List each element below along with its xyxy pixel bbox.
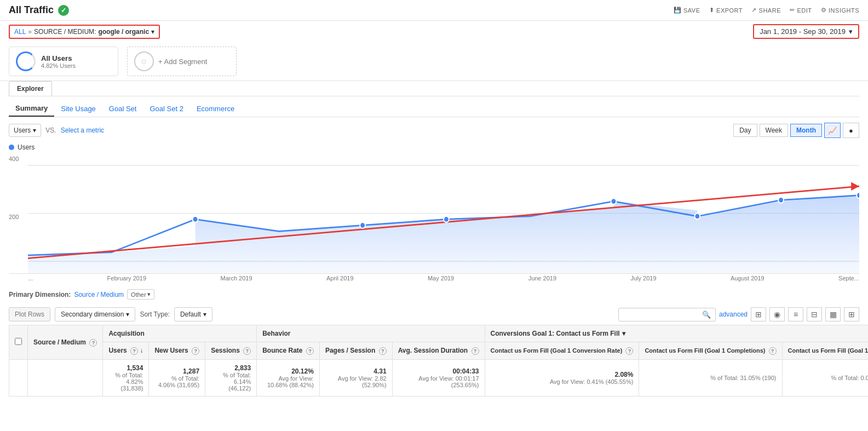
col-conversion-rate: Contact us Form Fill (Goal 1 Conversion … (485, 342, 639, 360)
pivot-view-button[interactable]: ⊟ (807, 307, 822, 321)
select-metric-link[interactable]: Select a metric (61, 127, 104, 134)
vs-label: VS. (45, 127, 56, 134)
export-button[interactable]: ⬆ EXPORT (709, 7, 743, 14)
col-users: Users ? ↓ (103, 342, 149, 360)
conversion-rate-help-icon[interactable]: ? (625, 347, 633, 355)
export-icon: ⬆ (709, 7, 715, 14)
save-icon: 💾 (674, 7, 682, 14)
tab-goal-set-2[interactable]: Goal Set 2 (143, 101, 189, 116)
add-segment-button[interactable]: ○ + Add Segment (127, 47, 237, 76)
sort-type-dropdown[interactable]: Default ▾ (174, 307, 212, 321)
segment-sub: 4.82% Users (41, 62, 76, 69)
select-all-checkbox[interactable] (9, 325, 28, 360)
users-sort-icon[interactable]: ↓ (140, 347, 143, 354)
totals-conversion-rate: 2.08% Avg for View: 0.41% (405.55%) (485, 360, 639, 396)
breadcrumb-chevron-icon[interactable]: ▾ (151, 28, 154, 36)
avg-session-help-icon[interactable]: ? (472, 347, 479, 355)
week-button[interactable]: Week (760, 124, 788, 137)
date-range-picker[interactable]: Jan 1, 2019 - Sep 30, 2019 ▾ (753, 24, 859, 39)
custom-view-button[interactable]: ⊞ (844, 307, 859, 321)
x-label-6: July 2019 (630, 275, 656, 281)
totals-row: 1,534 % of Total: 4.82% (31,838) 1,287 %… (9, 360, 869, 396)
pie-chart-button[interactable]: ● (843, 123, 859, 138)
x-label-1: February 2019 (107, 275, 147, 281)
users-dot (9, 145, 14, 150)
day-button[interactable]: Day (733, 124, 757, 137)
share-icon: ↗ (751, 7, 757, 14)
page-title: All Traffic (9, 4, 54, 16)
x-label-4: May 2019 (428, 275, 454, 281)
all-users-segment: All Users 4.82% Users (9, 47, 118, 76)
y-axis-mid: 200 (9, 214, 28, 220)
add-segment-label: + Add Segment (158, 58, 207, 66)
svg-point-11 (778, 197, 784, 203)
bounce-rate-help-icon[interactable]: ? (306, 347, 314, 355)
new-users-help-icon[interactable]: ? (192, 347, 199, 355)
col-bounce-rate: Bounce Rate ? (257, 342, 320, 360)
top-header: All Traffic ✓ 💾 SAVE ⬆ EXPORT ↗ SHARE ✏ … (0, 0, 868, 21)
x-label-2: March 2019 (221, 275, 252, 281)
primary-dimension-row: Primary Dimension: Source / Medium Other… (9, 284, 859, 304)
breadcrumb-all[interactable]: ALL (14, 28, 26, 36)
goal-dropdown[interactable]: Goal 1: Contact us Form Fill ▾ (532, 330, 625, 337)
comparison-view-button[interactable]: ≡ (788, 307, 803, 321)
add-segment-circle-icon: ○ (134, 51, 154, 71)
svg-point-10 (694, 214, 700, 220)
sessions-help-icon[interactable]: ? (243, 347, 251, 355)
chart-legend: Users (9, 141, 859, 153)
totals-new-users: 1,287 % of Total: 4.06% (31,695) (149, 360, 205, 396)
x-axis-labels: ... February 2019 March 2019 April 2019 … (9, 274, 859, 284)
tab-site-usage[interactable]: Site Usage (54, 101, 102, 116)
breadcrumb-value: google / organic (98, 28, 149, 36)
tab-ecommerce[interactable]: Ecommerce (190, 101, 241, 116)
save-button[interactable]: 💾 SAVE (674, 7, 700, 14)
edit-icon: ✏ (790, 7, 795, 14)
time-controls: Day Week Month 📈 ● (733, 123, 859, 138)
secondary-dimension-dropdown[interactable]: Secondary dimension ▾ (55, 307, 135, 321)
insights-button[interactable]: ⚙ INSIGHTS (821, 7, 859, 14)
totals-pages-session: 4.31 Avg for View: 2.82 (52.90%) (319, 360, 392, 396)
segments-row: All Users 4.82% Users ○ + Add Segment (0, 42, 868, 81)
source-medium-link[interactable]: Source / Medium (74, 291, 124, 298)
advanced-link[interactable]: advanced (719, 311, 748, 318)
pie-view-button[interactable]: ◉ (769, 307, 785, 321)
segment-info: All Users 4.82% Users (41, 54, 76, 69)
pages-session-help-icon[interactable]: ? (379, 347, 387, 355)
month-button[interactable]: Month (790, 124, 822, 137)
plot-rows-button[interactable]: Plot Rows (9, 307, 50, 321)
conversions-header: Conversions Goal 1: Contact us Form Fill… (485, 325, 868, 342)
breadcrumb-separator: » (28, 28, 32, 36)
totals-checkbox-cell (9, 360, 28, 396)
metric-dropdown[interactable]: Users ▾ (9, 124, 41, 137)
explorer-badge[interactable]: Explorer (9, 81, 52, 96)
col-sessions: Sessions ? (205, 342, 257, 360)
search-input[interactable] (623, 311, 700, 318)
x-label-0: ... (28, 275, 33, 281)
tab-goal-set[interactable]: Goal Set (102, 101, 143, 116)
search-box: 🔍 (618, 308, 716, 321)
table-controls-right: 🔍 advanced ⊞ ◉ ≡ ⊟ ▦ ⊞ (618, 307, 859, 321)
acquisition-header: Acquisition (103, 325, 257, 342)
edit-button[interactable]: ✏ EDIT (790, 7, 812, 14)
totals-goal-value: % of Total: 0.00% ($0.00) (782, 360, 868, 396)
y-axis: 400 200 (9, 153, 28, 273)
completions-help-icon[interactable]: ? (769, 347, 777, 355)
col-source-medium: Source / Medium ? (28, 325, 103, 360)
other-dimension-dropdown[interactable]: Other ▾ (127, 289, 154, 300)
share-button[interactable]: ↗ SHARE (751, 7, 781, 14)
search-icon[interactable]: 🔍 (702, 311, 711, 319)
grid-view-button[interactable]: ⊞ (751, 307, 766, 321)
users-help-icon[interactable]: ? (130, 347, 138, 355)
segment-circle (16, 51, 36, 71)
chart-area: 400 200 (9, 153, 859, 274)
svg-point-8 (444, 216, 449, 222)
x-label-5: June 2019 (528, 275, 556, 281)
source-medium-help-icon[interactable]: ? (89, 339, 97, 347)
totals-sessions: 2,833 % of Total: 6.14% (46,122) (205, 360, 257, 396)
table-view-button[interactable]: ▦ (825, 307, 841, 321)
breadcrumb-box[interactable]: ALL » SOURCE / MEDIUM: google / organic … (9, 25, 160, 39)
chart-controls: Users ▾ VS. Select a metric Day Week Mon… (9, 117, 859, 141)
col-avg-session: Avg. Session Duration ? (392, 342, 485, 360)
line-chart-button[interactable]: 📈 (824, 123, 841, 138)
tab-summary[interactable]: Summary (9, 101, 54, 117)
